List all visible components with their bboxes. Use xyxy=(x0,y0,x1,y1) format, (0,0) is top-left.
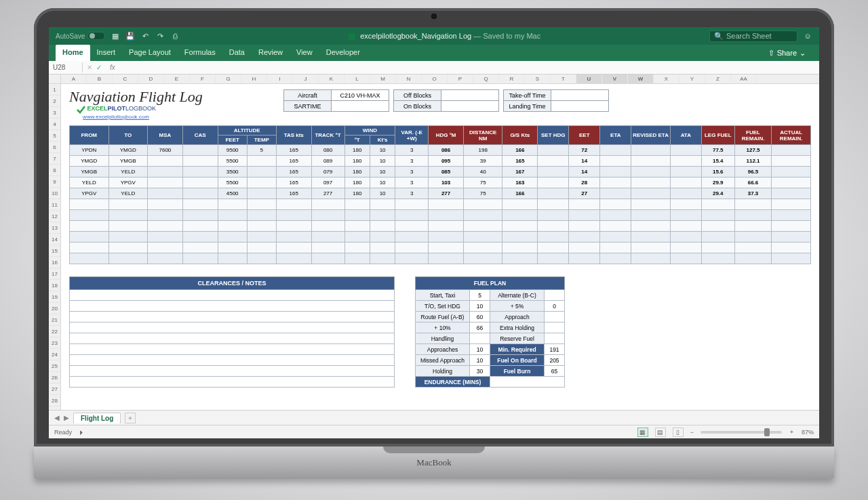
table-cell[interactable]: 3 xyxy=(395,145,429,156)
sartime-value[interactable] xyxy=(332,101,389,112)
col-header[interactable]: I xyxy=(267,75,293,83)
table-cell[interactable]: 10 xyxy=(370,188,395,199)
table-cell[interactable]: 3 xyxy=(395,178,429,188)
table-cell[interactable] xyxy=(247,253,276,264)
row-header[interactable]: 7 xyxy=(49,153,60,165)
table-cell[interactable] xyxy=(538,253,569,264)
table-cell[interactable] xyxy=(701,221,734,232)
table-cell[interactable]: 40 xyxy=(463,167,502,178)
table-cell[interactable] xyxy=(182,210,218,221)
table-cell[interactable] xyxy=(538,145,569,156)
col-header[interactable]: F xyxy=(190,75,216,83)
tab-review[interactable]: Review xyxy=(252,45,290,61)
table-cell[interactable] xyxy=(734,232,772,243)
table-cell[interactable] xyxy=(148,199,183,210)
table-cell[interactable] xyxy=(429,232,464,243)
table-cell[interactable] xyxy=(276,210,311,221)
table-cell[interactable]: YPGV xyxy=(108,178,148,188)
table-cell[interactable] xyxy=(569,232,600,243)
table-cell[interactable] xyxy=(670,243,701,253)
table-cell[interactable] xyxy=(600,178,631,188)
table-cell[interactable]: YMGD xyxy=(70,156,109,167)
table-cell[interactable] xyxy=(734,210,772,221)
table-cell[interactable]: 14 xyxy=(569,167,600,178)
table-cell[interactable]: 3 xyxy=(395,188,429,199)
print-icon[interactable]: ⎙ xyxy=(170,32,180,40)
tab-view[interactable]: View xyxy=(290,45,319,61)
table-cell[interactable] xyxy=(148,210,183,221)
table-cell[interactable] xyxy=(734,243,772,253)
row-header[interactable]: 4 xyxy=(49,119,60,130)
row-header[interactable]: 19 xyxy=(49,291,60,303)
table-cell[interactable] xyxy=(247,243,276,253)
table-cell[interactable]: 180 xyxy=(344,188,370,199)
table-cell[interactable] xyxy=(670,210,701,221)
view-page-break[interactable]: ▯ xyxy=(673,428,684,437)
table-cell[interactable] xyxy=(247,210,276,221)
table-cell[interactable] xyxy=(600,243,631,253)
table-cell[interactable] xyxy=(344,221,370,232)
row-header[interactable]: 29 xyxy=(49,407,60,410)
table-cell[interactable]: 089 xyxy=(311,156,344,167)
table-cell[interactable] xyxy=(395,210,429,221)
table-cell[interactable] xyxy=(502,199,538,210)
table-cell[interactable]: 086 xyxy=(429,145,464,156)
col-header[interactable]: Z xyxy=(705,75,731,83)
col-header[interactable]: R xyxy=(499,75,525,83)
onblocks-value[interactable] xyxy=(441,101,499,112)
table-cell[interactable] xyxy=(108,199,148,210)
row-header[interactable]: 15 xyxy=(49,245,60,257)
col-header[interactable]: M xyxy=(370,75,396,83)
col-header[interactable]: K xyxy=(319,75,344,83)
table-cell[interactable] xyxy=(395,243,429,253)
table-cell[interactable]: YPGV xyxy=(70,188,109,199)
table-cell[interactable]: 180 xyxy=(344,145,370,156)
table-cell[interactable]: 085 xyxy=(429,167,464,178)
table-cell[interactable] xyxy=(247,156,276,167)
table-cell[interactable] xyxy=(772,232,811,243)
add-sheet-button[interactable]: ＋ xyxy=(125,413,136,423)
table-cell[interactable] xyxy=(463,210,502,221)
table-cell[interactable]: 5500 xyxy=(218,156,247,167)
table-cell[interactable] xyxy=(276,232,311,243)
table-cell[interactable]: 10 xyxy=(370,156,395,167)
table-cell[interactable] xyxy=(182,199,218,210)
table-cell[interactable] xyxy=(701,210,734,221)
col-header[interactable]: U xyxy=(576,75,602,83)
table-cell[interactable]: 75 xyxy=(463,178,502,188)
landing-value[interactable] xyxy=(551,101,609,112)
col-header[interactable]: N xyxy=(396,75,422,83)
table-cell[interactable] xyxy=(538,210,569,221)
col-header[interactable]: A xyxy=(61,75,87,83)
endurance-value[interactable] xyxy=(490,377,565,388)
table-cell[interactable] xyxy=(148,243,183,253)
table-cell[interactable] xyxy=(218,210,247,221)
table-cell[interactable] xyxy=(148,178,183,188)
table-cell[interactable]: YELD xyxy=(108,188,148,199)
table-cell[interactable]: 079 xyxy=(311,167,344,178)
table-cell[interactable] xyxy=(734,199,772,210)
row-header[interactable]: 6 xyxy=(49,142,60,153)
table-cell[interactable] xyxy=(247,167,276,178)
table-cell[interactable] xyxy=(600,156,631,167)
table-cell[interactable] xyxy=(463,232,502,243)
table-cell[interactable] xyxy=(600,199,631,210)
col-header[interactable]: O xyxy=(422,75,448,83)
table-cell[interactable] xyxy=(247,221,276,232)
name-box[interactable]: U28 xyxy=(49,62,83,72)
col-header[interactable]: X xyxy=(654,75,679,83)
table-cell[interactable] xyxy=(538,156,569,167)
table-cell[interactable] xyxy=(148,253,183,264)
view-normal[interactable]: ▦ xyxy=(637,428,648,437)
row-header[interactable]: 20 xyxy=(49,303,60,314)
table-cell[interactable]: 180 xyxy=(344,156,370,167)
table-cell[interactable]: 5 xyxy=(247,145,276,156)
table-cell[interactable] xyxy=(276,253,311,264)
table-cell[interactable] xyxy=(538,167,569,178)
notes-row[interactable] xyxy=(70,355,395,366)
table-cell[interactable] xyxy=(538,188,569,199)
table-cell[interactable] xyxy=(631,145,671,156)
table-cell[interactable] xyxy=(182,145,218,156)
table-cell[interactable] xyxy=(108,232,148,243)
table-cell[interactable]: 37.3 xyxy=(734,188,772,199)
